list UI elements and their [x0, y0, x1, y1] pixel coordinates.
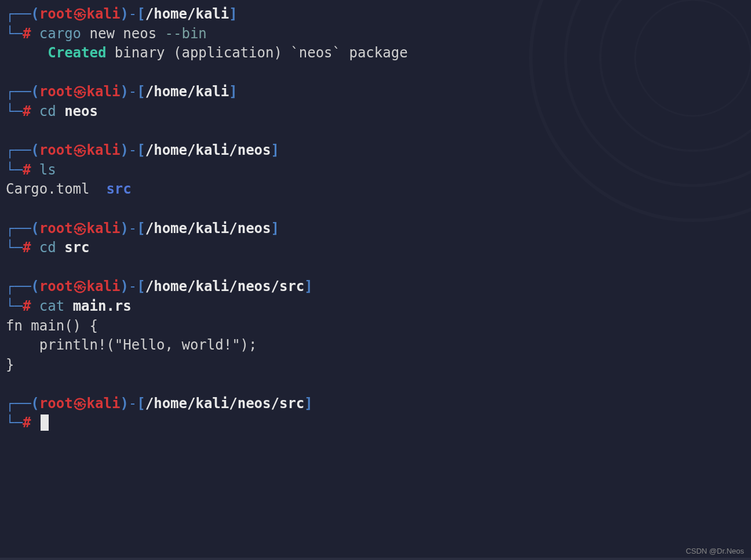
- skull-icon: ㉿: [73, 220, 87, 237]
- prompt-line-top: ┌──(root㉿kali)-[/home/kali/neos]: [6, 141, 745, 161]
- prompt-hash: #: [23, 26, 31, 42]
- prompt-bracket-close: ]: [271, 220, 279, 237]
- skull-icon: ㉿: [73, 83, 87, 100]
- prompt-hash: #: [23, 162, 31, 178]
- prompt-hash: #: [23, 298, 31, 314]
- prompt-paren-open: (: [31, 142, 39, 158]
- command-arg: [56, 103, 64, 119]
- prompt-hash: #: [23, 239, 31, 256]
- prompt-host: kali: [87, 395, 121, 412]
- prompt-host: kali: [87, 6, 121, 22]
- command-name: cargo: [39, 26, 81, 42]
- cursor-icon: [41, 414, 49, 431]
- prompt-bracket-open: [: [137, 278, 145, 294]
- skull-icon: ㉿: [73, 278, 87, 294]
- prompt-bracket-close: ]: [304, 395, 312, 412]
- blank-line: [6, 374, 745, 394]
- prompt-paren-close: ): [120, 142, 128, 158]
- command-arg: [56, 239, 64, 256]
- prompt-corner-top-icon: ┌──: [6, 83, 31, 100]
- prompt-line-bottom[interactable]: └─# cargo new neos --bin: [6, 24, 745, 44]
- command-name: ls: [39, 162, 56, 178]
- prompt-host: kali: [87, 220, 121, 237]
- prompt-bracket-open: [: [137, 6, 145, 22]
- skull-icon: ㉿: [73, 395, 87, 412]
- prompt-user: root: [39, 6, 73, 22]
- terminal-output[interactable]: ┌──(root㉿kali)-[/home/kali]└─# cargo new…: [6, 5, 745, 433]
- bottom-bar: [0, 558, 751, 560]
- prompt-dash: -: [129, 278, 137, 294]
- prompt-bracket-close: ]: [229, 6, 237, 22]
- prompt-host: kali: [87, 83, 121, 100]
- prompt-dash: -: [129, 142, 137, 158]
- command-name: cd: [39, 239, 56, 256]
- prompt-path: /home/kali/neos: [145, 220, 271, 237]
- prompt-bracket-open: [: [137, 142, 145, 158]
- prompt-bracket-close: ]: [304, 278, 312, 294]
- prompt-paren-open: (: [31, 83, 39, 100]
- prompt-line-bottom[interactable]: └─# cat main.rs: [6, 297, 745, 317]
- prompt-paren-open: (: [31, 278, 39, 294]
- prompt-dash: -: [129, 6, 137, 22]
- prompt-corner-top-icon: ┌──: [6, 6, 31, 22]
- prompt-path: /home/kali/neos: [145, 142, 271, 158]
- command-flag: --bin: [165, 26, 207, 42]
- prompt-paren-open: (: [31, 220, 39, 237]
- prompt-corner-bottom-icon: └─: [6, 414, 23, 431]
- prompt-corner-top-icon: ┌──: [6, 142, 31, 158]
- prompt-corner-bottom-icon: └─: [6, 239, 23, 256]
- prompt-dash: -: [129, 83, 137, 100]
- ls-directory: src: [106, 181, 131, 197]
- prompt-line-bottom[interactable]: └─# cd src: [6, 238, 745, 258]
- prompt-corner-top-icon: ┌──: [6, 220, 31, 237]
- command-arg: new neos: [81, 26, 165, 42]
- prompt-corner-bottom-icon: └─: [6, 103, 23, 119]
- prompt-paren-close: ): [120, 278, 128, 294]
- blank-line: [6, 199, 745, 219]
- ls-file: Cargo.toml: [6, 181, 106, 197]
- prompt-paren-close: ): [120, 83, 128, 100]
- prompt-path: /home/kali: [145, 6, 229, 22]
- watermark-text: CSDN @Dr.Neos: [686, 546, 744, 557]
- prompt-user: root: [39, 220, 73, 237]
- prompt-path: /home/kali: [145, 83, 229, 100]
- prompt-line-bottom[interactable]: └─# ls: [6, 161, 745, 180]
- command-arg: [64, 298, 72, 314]
- prompt-line-top: ┌──(root㉿kali)-[/home/kali/neos/src]: [6, 394, 745, 414]
- prompt-bracket-open: [: [137, 220, 145, 237]
- prompt-paren-close: ): [120, 6, 128, 22]
- prompt-corner-top-icon: ┌──: [6, 395, 31, 412]
- prompt-bracket-close: ]: [271, 142, 279, 158]
- prompt-bracket-close: ]: [229, 83, 237, 100]
- prompt-corner-bottom-icon: └─: [6, 298, 23, 314]
- output-line: Created binary (application) `neos` pack…: [6, 43, 745, 63]
- prompt-line-top: ┌──(root㉿kali)-[/home/kali]: [6, 5, 745, 24]
- prompt-line-top: ┌──(root㉿kali)-[/home/kali/neos]: [6, 219, 745, 239]
- prompt-dash: -: [129, 395, 137, 412]
- command-arg-bold: main.rs: [73, 298, 132, 314]
- prompt-host: kali: [87, 142, 121, 158]
- blank-line: [6, 63, 745, 83]
- prompt-line-top: ┌──(root㉿kali)-[/home/kali]: [6, 82, 745, 102]
- prompt-corner-bottom-icon: └─: [6, 26, 23, 42]
- command-name: cat: [39, 298, 64, 314]
- output-line: }: [6, 355, 745, 375]
- prompt-hash: #: [23, 414, 31, 431]
- prompt-dash: -: [129, 220, 137, 237]
- prompt-path: /home/kali/neos/src: [145, 278, 305, 294]
- prompt-paren-close: ): [120, 395, 128, 412]
- prompt-host: kali: [87, 278, 121, 294]
- prompt-path: /home/kali/neos/src: [145, 395, 305, 412]
- output-line: Cargo.toml src: [6, 180, 745, 199]
- blank-line: [6, 258, 745, 278]
- output-line: println!("Hello, world!");: [6, 336, 745, 355]
- prompt-line-bottom[interactable]: └─#: [6, 413, 745, 433]
- prompt-line-bottom[interactable]: └─# cd neos: [6, 102, 745, 122]
- prompt-user: root: [39, 142, 73, 158]
- command-arg-bold: neos: [64, 103, 98, 119]
- prompt-user: root: [39, 395, 73, 412]
- prompt-hash: #: [23, 103, 31, 119]
- skull-icon: ㉿: [73, 142, 87, 158]
- prompt-paren-open: (: [31, 395, 39, 412]
- prompt-corner-top-icon: ┌──: [6, 278, 31, 294]
